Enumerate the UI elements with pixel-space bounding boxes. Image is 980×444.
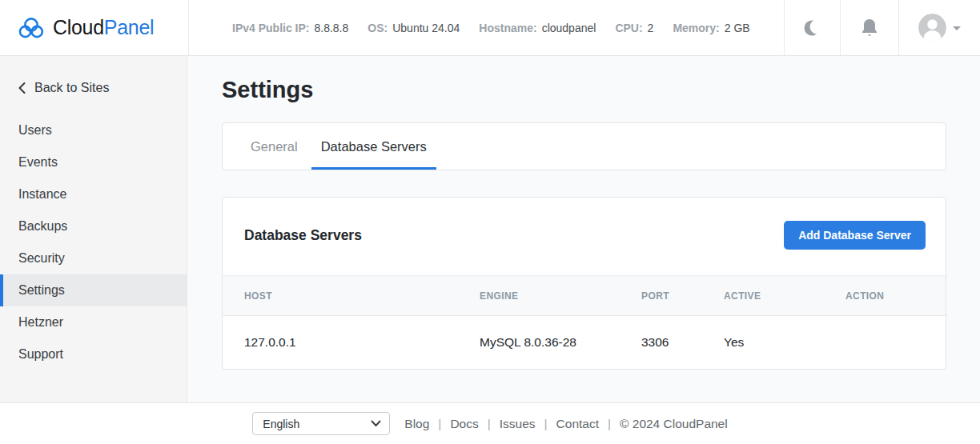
card-title: Database Servers — [244, 227, 362, 244]
server-info-ip: IPv4 Public IP: 8.8.8.8 — [232, 22, 348, 34]
sidebar: Back to Sites Users Events Instance Back… — [0, 56, 187, 402]
dark-mode-toggle[interactable] — [784, 0, 840, 55]
server-info-bar: IPv4 Public IP: 8.8.8.8 OS: Ubuntu 24.04… — [189, 0, 784, 55]
server-info-memory: Memory: 2 GB — [673, 22, 749, 34]
sidebar-item-users[interactable]: Users — [0, 114, 187, 146]
header-actions — [784, 0, 980, 55]
table-header-row: HOST ENGINE PORT ACTIVE ACTION — [223, 276, 946, 316]
sidebar-menu: Users Events Instance Backups Security S… — [0, 114, 187, 370]
cell-active: Yes — [724, 316, 845, 369]
cell-port: 3306 — [641, 316, 724, 369]
add-database-server-button[interactable]: Add Database Server — [784, 221, 926, 250]
copyright-text: © 2024 CloudPanel — [620, 417, 728, 431]
avatar — [918, 14, 946, 42]
footer-separator: | — [608, 417, 611, 431]
logo-text: CloudPanel — [53, 16, 154, 39]
tab-general[interactable]: General — [241, 123, 307, 170]
cell-action — [845, 316, 946, 369]
column-engine: ENGINE — [480, 276, 641, 316]
sidebar-item-backups[interactable]: Backups — [0, 210, 187, 242]
cloudpanel-logo[interactable]: CloudPanel — [0, 0, 189, 55]
tab-database-servers[interactable]: Database Servers — [311, 123, 436, 170]
user-menu[interactable] — [898, 0, 980, 55]
cell-host: 127.0.0.1 — [223, 316, 480, 369]
sidebar-item-support[interactable]: Support — [0, 338, 187, 370]
server-info-hostname: Hostname: cloudpanel — [479, 22, 596, 34]
footer-link-contact[interactable]: Contact — [556, 417, 599, 431]
cloudpanel-app: CloudPanel IPv4 Public IP: 8.8.8.8 OS: U… — [0, 0, 980, 444]
cell-engine: MySQL 8.0.36-28 — [480, 316, 641, 369]
footer-separator: | — [544, 417, 548, 431]
database-servers-card: Database Servers Add Database Server HOS… — [222, 197, 946, 370]
column-action: ACTION — [845, 276, 946, 316]
chevron-left-icon — [18, 82, 26, 94]
card-header: Database Servers Add Database Server — [223, 198, 946, 275]
column-port: PORT — [641, 276, 724, 316]
footer-link-blog[interactable]: Blog — [404, 417, 429, 431]
language-select-wrap: English — [252, 412, 390, 435]
server-info-os: OS: Ubuntu 24.04 — [368, 22, 460, 34]
header: CloudPanel IPv4 Public IP: 8.8.8.8 OS: U… — [0, 0, 980, 56]
footer-separator: | — [488, 417, 491, 431]
footer-link-docs[interactable]: Docs — [450, 417, 478, 431]
footer: English Blog | Docs | Issues | Contact |… — [0, 402, 980, 444]
sidebar-item-hetzner[interactable]: Hetzner — [0, 306, 187, 338]
column-active: ACTIVE — [724, 276, 845, 316]
database-servers-table: HOST ENGINE PORT ACTIVE ACTION 127.0.0.1… — [223, 275, 946, 369]
sidebar-item-settings[interactable]: Settings — [0, 274, 187, 306]
notifications-button[interactable] — [840, 0, 898, 55]
main-content: Settings General Database Servers Databa… — [187, 56, 980, 402]
table-row: 127.0.0.1 MySQL 8.0.36-28 3306 Yes — [223, 316, 946, 369]
language-select[interactable]: English — [252, 412, 390, 435]
footer-link-issues[interactable]: Issues — [500, 417, 536, 431]
server-info-cpu: CPU: 2 — [615, 22, 653, 34]
chevron-down-icon — [953, 26, 961, 30]
settings-tabs: General Database Servers — [222, 122, 946, 170]
back-to-sites-label: Back to Sites — [34, 81, 109, 95]
footer-links: Blog | Docs | Issues | Contact | © 2024 … — [404, 417, 727, 431]
sidebar-item-instance[interactable]: Instance — [0, 178, 187, 210]
sidebar-item-security[interactable]: Security — [0, 242, 187, 274]
sidebar-item-events[interactable]: Events — [0, 146, 187, 178]
cloud-logo-icon — [18, 16, 45, 40]
page-title: Settings — [222, 78, 946, 102]
column-host: HOST — [223, 276, 480, 316]
bell-icon — [860, 18, 879, 38]
moon-icon — [802, 18, 823, 38]
footer-separator: | — [438, 417, 441, 431]
back-to-sites-link[interactable]: Back to Sites — [0, 77, 187, 99]
